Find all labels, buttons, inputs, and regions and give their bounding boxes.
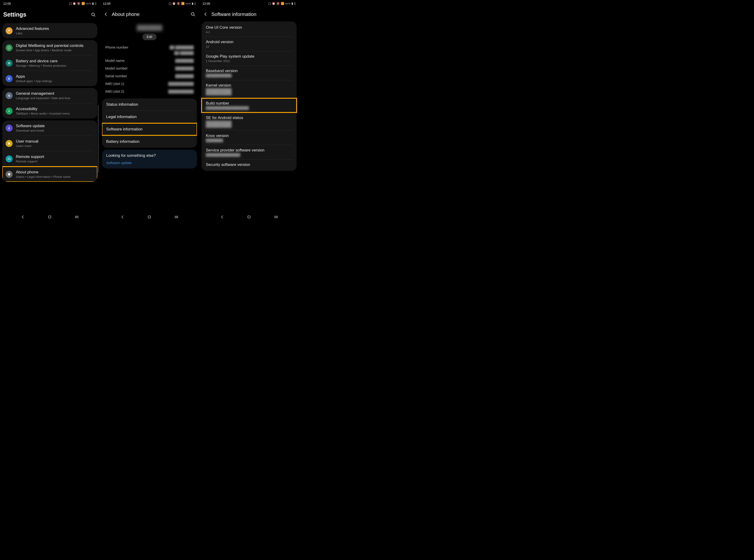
wifi-icon: 📶 [281, 2, 284, 5]
search-button[interactable] [90, 12, 96, 18]
spec-phone-number: Phone number ██ ████████ [101, 43, 198, 51]
settings-row-accessibility[interactable]: Accessibility TalkBack • Mono audio • As… [2, 103, 97, 119]
software-info-content[interactable]: One UI Core version 4.1 Android version … [199, 21, 299, 212]
row-title: Advanced features [16, 26, 94, 31]
general-management-icon [6, 92, 13, 99]
row-title: Remote support [16, 155, 94, 159]
row-sub: Default apps • App settings [16, 79, 94, 83]
settings-row-about-phone[interactable]: i About phone Status • Legal information… [2, 166, 97, 182]
settings-row-battery-care[interactable]: Battery and device care Storage • Memory… [2, 56, 97, 71]
nav-back-button[interactable] [20, 214, 26, 220]
settings-row-general-management[interactable]: General management Language and keyboard… [2, 88, 97, 103]
svg-point-2 [8, 46, 11, 49]
row-knox-version[interactable]: Knox version ████████ [202, 131, 297, 145]
row-sub: Screen time • App timers • Bedtime mode [16, 48, 94, 52]
status-icons: ▢ ⏰ 🔇 📶 VoLTE ▮ ▯ [169, 2, 196, 5]
row-build-number[interactable]: Build number ████████████████████ [202, 98, 297, 113]
about-content[interactable]: ███████ Edit Phone number ██ ████████ ██… [100, 21, 199, 212]
header: Settings [0, 7, 100, 21]
settings-group: Software update Download and install Use… [2, 120, 97, 182]
nav-home-button[interactable] [146, 214, 153, 220]
row-value: ████████████████ [206, 153, 292, 157]
row-title: SE for Android status [206, 116, 292, 120]
settings-row-remote-support[interactable]: Remote support Remote support [2, 151, 97, 166]
wifi-icon: 📶 [81, 2, 85, 5]
row-title: Accessibility [16, 107, 94, 111]
svg-point-13 [9, 110, 9, 111]
settings-row-user-manual[interactable]: User manual Learn more [2, 136, 97, 151]
spec-value: ███████████ [168, 89, 194, 93]
row-body: Apps Default apps • App settings [16, 74, 94, 83]
svg-point-7 [8, 79, 9, 80]
spec-label: Serial number [105, 74, 127, 78]
remote-support-icon [6, 155, 13, 162]
row-value: ████████ [206, 139, 292, 142]
nav-recents-button[interactable] [273, 214, 279, 220]
row-one-ui-version[interactable]: One UI Core version 4.1 [202, 22, 297, 37]
page-title: Settings [3, 11, 87, 18]
row-software-information[interactable]: Software information [102, 123, 197, 135]
row-value: ████████████████████ [206, 106, 292, 110]
nfc-icon: ▢ [169, 2, 171, 5]
row-title: About phone [16, 170, 94, 175]
scrollbar[interactable] [98, 105, 99, 173]
row-title: Legal information [106, 115, 193, 119]
mute-icon: 🔇 [77, 2, 80, 5]
row-google-play-update[interactable]: Google Play system update 1 November 202… [202, 51, 297, 65]
row-battery-information[interactable]: Battery information [102, 136, 197, 148]
settings-group: Digital Wellbeing and parental controls … [2, 40, 97, 86]
row-baseband-version[interactable]: Baseband version ████████████ [202, 66, 297, 80]
battery-icon: ▯ [194, 2, 196, 5]
accessibility-icon [6, 107, 13, 115]
row-body: Advanced features Labs [16, 26, 94, 35]
row-title: User manual [16, 139, 94, 144]
row-title: Android version [206, 40, 292, 44]
settings-row-software-update[interactable]: Software update Download and install [2, 120, 97, 136]
svg-rect-27 [248, 216, 250, 218]
row-title: Build number [206, 101, 292, 106]
back-button[interactable] [202, 11, 209, 17]
svg-rect-23 [148, 216, 151, 218]
row-status-information[interactable]: Status information [102, 98, 197, 111]
row-security-software-version[interactable]: Security software version [202, 160, 297, 170]
header: About phone [100, 7, 199, 21]
settings-row-apps[interactable]: Apps Default apps • App settings [2, 71, 97, 86]
svg-point-21 [191, 13, 194, 15]
svg-point-6 [9, 78, 10, 78]
wellbeing-icon [6, 44, 13, 51]
suggestion-link-software-update[interactable]: Software update [102, 159, 197, 168]
nav-back-button[interactable] [219, 214, 225, 220]
advanced-features-icon [6, 27, 13, 34]
svg-point-11 [8, 95, 9, 95]
svg-point-8 [9, 79, 10, 80]
row-kernel-version[interactable]: Kernel version ████████████ ████████████ [202, 80, 297, 98]
nav-home-button[interactable] [246, 214, 252, 220]
phone-name-block: ███████ Edit [101, 21, 198, 42]
nav-recents-button[interactable] [173, 214, 180, 220]
row-body: Digital Wellbeing and parental controls … [16, 43, 94, 52]
settings-row-digital-wellbeing[interactable]: Digital Wellbeing and parental controls … [2, 40, 97, 55]
row-body: Remote support Remote support [16, 155, 94, 163]
mute-icon: 🔇 [276, 2, 280, 5]
back-button[interactable] [103, 11, 109, 17]
nav-back-button[interactable] [119, 214, 126, 220]
edit-button[interactable]: Edit [142, 34, 156, 40]
search-button[interactable] [190, 11, 196, 17]
spec-model-number: Model number ████████ [101, 64, 198, 72]
row-body: Accessibility TalkBack • Mono audio • As… [16, 107, 94, 115]
wifi-icon: 📶 [181, 2, 184, 5]
row-se-android-status[interactable]: SE for Android status ████████████ █████… [202, 113, 297, 131]
alarm-icon: ⏰ [172, 2, 176, 5]
nav-recents-button[interactable] [74, 214, 80, 220]
about-phone-icon: i [6, 171, 13, 178]
settings-content[interactable]: Advanced features Labs Digital Wellbeing… [0, 21, 100, 212]
screen-software-information: 12:05 ▢ ⏰ 🔇 📶 VoLTE ▮ ▯ Software informa… [199, 0, 299, 222]
row-android-version[interactable]: Android version 12 [202, 37, 297, 51]
settings-row-advanced-features[interactable]: Advanced features Labs [2, 23, 97, 38]
spec-imei-1: IMEI (slot 1) ███████████ [101, 80, 198, 87]
row-service-provider-version[interactable]: Service provider software version ██████… [202, 145, 297, 159]
row-legal-information[interactable]: Legal information [102, 111, 197, 123]
row-title: Service provider software version [206, 148, 292, 153]
nav-home-button[interactable] [46, 214, 53, 220]
nfc-icon: ▢ [69, 2, 72, 5]
